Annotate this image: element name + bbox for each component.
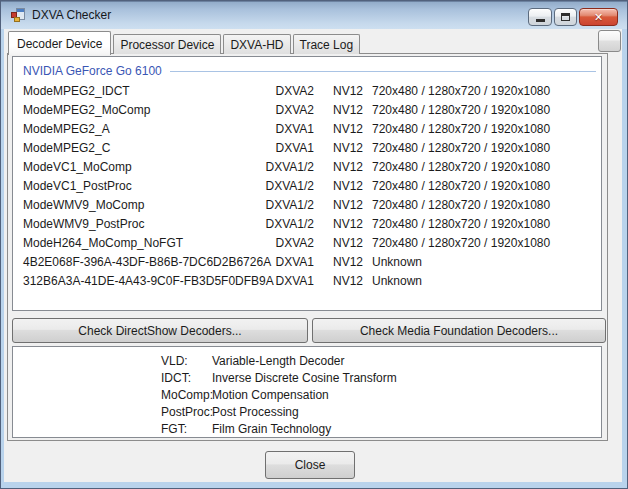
- decoder-api: DXVA2: [253, 84, 314, 98]
- decoder-format: NV12: [314, 160, 372, 174]
- decoder-row[interactable]: ModeMPEG2_MoCompDXVA2NV12720x480 / 1280x…: [13, 100, 601, 119]
- legend-definition: Motion Compensation: [212, 387, 601, 404]
- decoder-name: ModeVC1_PostProc: [23, 179, 253, 193]
- legend-panel: VLD:Variable-Length DecoderIDCT:Inverse …: [12, 346, 602, 438]
- decoder-format: NV12: [314, 84, 372, 98]
- decoder-resolutions: 720x480 / 1280x720 / 1920x1080: [372, 103, 601, 117]
- decoder-name: ModeMPEG2_IDCT: [23, 84, 253, 98]
- legend-definition: Post Processing: [212, 404, 601, 421]
- legend-term: PostProc:: [161, 404, 212, 421]
- tab-strip: Decoder DeviceProcessor DeviceDXVA-HDTra…: [8, 30, 362, 54]
- decoder-api: DXVA2: [253, 236, 314, 250]
- decoder-resolutions: Unknown: [372, 274, 601, 288]
- tab-row-corner-button[interactable]: [598, 30, 621, 52]
- decoder-name: ModeH264_MoComp_NoFGT: [23, 236, 253, 250]
- decoder-format: NV12: [314, 179, 372, 193]
- decoder-format: NV12: [314, 217, 372, 231]
- legend-definition: Film Grain Technology: [212, 421, 601, 438]
- close-button[interactable]: Close: [265, 451, 355, 479]
- decoder-resolutions: Unknown: [372, 255, 601, 269]
- decoder-resolutions: 720x480 / 1280x720 / 1920x1080: [372, 122, 601, 136]
- check-media-foundation-button[interactable]: Check Media Foundation Decoders...: [312, 318, 606, 343]
- decoder-resolutions: 720x480 / 1280x720 / 1920x1080: [372, 160, 601, 174]
- tab-decoder-device[interactable]: Decoder Device: [8, 31, 111, 55]
- decoder-row[interactable]: 4B2E068F-396A-43DF-B86B-7DC6D2B6726ADXVA…: [13, 252, 601, 271]
- legend-row: VLD:Variable-Length Decoder: [161, 353, 601, 370]
- decoder-api: DXVA1/2: [253, 217, 314, 231]
- decoder-format: NV12: [314, 274, 372, 288]
- decoder-row[interactable]: ModeWMV9_PostProcDXVA1/2NV12720x480 / 12…: [13, 214, 601, 233]
- legend-term: MoComp:: [161, 387, 212, 404]
- decoder-api: DXVA1/2: [253, 179, 314, 193]
- app-icon: [10, 7, 26, 23]
- client-area: Decoder DeviceProcessor DeviceDXVA-HDTra…: [4, 29, 622, 482]
- decoder-row[interactable]: ModeVC1_MoCompDXVA1/2NV12720x480 / 1280x…: [13, 157, 601, 176]
- decoder-api: DXVA1/2: [253, 160, 314, 174]
- decoder-row[interactable]: 312B6A3A-41DE-4A43-9C0F-FB3D5F0DFB9ADXVA…: [13, 271, 601, 290]
- decoder-api: DXVA1/2: [253, 198, 314, 212]
- decoder-resolutions: 720x480 / 1280x720 / 1920x1080: [372, 217, 601, 231]
- legend-row: IDCT:Inverse Discrete Cosine Transform: [161, 370, 601, 387]
- decoder-name: ModeMPEG2_C: [23, 141, 253, 155]
- decoder-row[interactable]: ModeMPEG2_CDXVA1NV12720x480 / 1280x720 /…: [13, 138, 601, 157]
- legend-definition: Variable-Length Decoder: [212, 353, 601, 370]
- minimize-icon: [536, 19, 545, 22]
- decoder-format: NV12: [314, 255, 372, 269]
- decoder-api: DXVA1: [253, 122, 314, 136]
- decoder-resolutions: 720x480 / 1280x720 / 1920x1080: [372, 179, 601, 193]
- decoder-name: ModeMPEG2_MoComp: [23, 103, 253, 117]
- decoder-name: 312B6A3A-41DE-4A43-9C0F-FB3D5F0DFB9A: [23, 274, 253, 288]
- decoder-api: DXVA1: [253, 141, 314, 155]
- decoder-row[interactable]: ModeVC1_PostProcDXVA1/2NV12720x480 / 128…: [13, 176, 601, 195]
- decoder-resolutions: 720x480 / 1280x720 / 1920x1080: [372, 198, 601, 212]
- tab-processor-device[interactable]: Processor Device: [113, 34, 221, 54]
- decoder-api: DXVA2: [253, 103, 314, 117]
- decoder-name: ModeMPEG2_A: [23, 122, 253, 136]
- decoder-row[interactable]: ModeMPEG2_ADXVA1NV12720x480 / 1280x720 /…: [13, 119, 601, 138]
- legend-term: VLD:: [161, 353, 212, 370]
- decoder-name: 4B2E068F-396A-43DF-B86B-7DC6D2B6726A: [23, 255, 253, 269]
- decoder-format: NV12: [314, 141, 372, 155]
- decoder-resolutions: 720x480 / 1280x720 / 1920x1080: [372, 84, 601, 98]
- minimize-button[interactable]: [528, 8, 552, 26]
- decoder-format: NV12: [314, 198, 372, 212]
- decoder-format: NV12: [314, 236, 372, 250]
- device-group-header: NVIDIA GeForce Go 6100: [13, 61, 601, 81]
- check-directshow-button[interactable]: Check DirectShow Decoders...: [12, 318, 308, 343]
- legend-row: FGT:Film Grain Technology: [161, 421, 601, 438]
- tab-dxva-hd[interactable]: DXVA-HD: [223, 34, 290, 54]
- decoder-name: ModeWMV9_PostProc: [23, 217, 253, 231]
- decoder-resolutions: 720x480 / 1280x720 / 1920x1080: [372, 141, 601, 155]
- group-header-line: [170, 71, 596, 72]
- decoder-format: NV12: [314, 103, 372, 117]
- window-title: DXVA Checker: [32, 8, 111, 22]
- decoder-row[interactable]: ModeMPEG2_IDCTDXVA2NV12720x480 / 1280x72…: [13, 81, 601, 100]
- decoder-api: DXVA1: [253, 255, 314, 269]
- caption-buttons: ✕: [528, 8, 618, 26]
- legend-row: MoComp:Motion Compensation: [161, 387, 601, 404]
- app-window: DXVA Checker ✕ Decoder DeviceProcessor D…: [0, 0, 628, 489]
- decoder-row[interactable]: ModeH264_MoComp_NoFGTDXVA2NV12720x480 / …: [13, 233, 601, 252]
- decoder-list[interactable]: NVIDIA GeForce Go 6100 ModeMPEG2_IDCTDXV…: [12, 56, 602, 311]
- legend-row: PostProc:Post Processing: [161, 404, 601, 421]
- decoder-api: DXVA1: [253, 274, 314, 288]
- decoder-row[interactable]: ModeWMV9_MoCompDXVA1/2NV12720x480 / 1280…: [13, 195, 601, 214]
- maximize-button[interactable]: [554, 8, 577, 26]
- legend-term: IDCT:: [161, 370, 212, 387]
- close-icon: ✕: [594, 12, 603, 23]
- tab-page-decoder-device: NVIDIA GeForce Go 6100 ModeMPEG2_IDCTDXV…: [7, 53, 608, 441]
- decoder-format: NV12: [314, 122, 372, 136]
- decoder-name: ModeWMV9_MoComp: [23, 198, 253, 212]
- title-bar[interactable]: DXVA Checker ✕: [1, 1, 627, 29]
- tab-trace-log[interactable]: Trace Log: [293, 34, 361, 54]
- decoder-name: ModeVC1_MoComp: [23, 160, 253, 174]
- decoder-rows: ModeMPEG2_IDCTDXVA2NV12720x480 / 1280x72…: [13, 81, 601, 290]
- close-window-button[interactable]: ✕: [579, 8, 618, 26]
- device-name: NVIDIA GeForce Go 6100: [23, 64, 162, 78]
- decoder-resolutions: 720x480 / 1280x720 / 1920x1080: [372, 236, 601, 250]
- maximize-icon: [561, 13, 570, 21]
- legend-definition: Inverse Discrete Cosine Transform: [212, 370, 601, 387]
- legend-term: FGT:: [161, 421, 212, 438]
